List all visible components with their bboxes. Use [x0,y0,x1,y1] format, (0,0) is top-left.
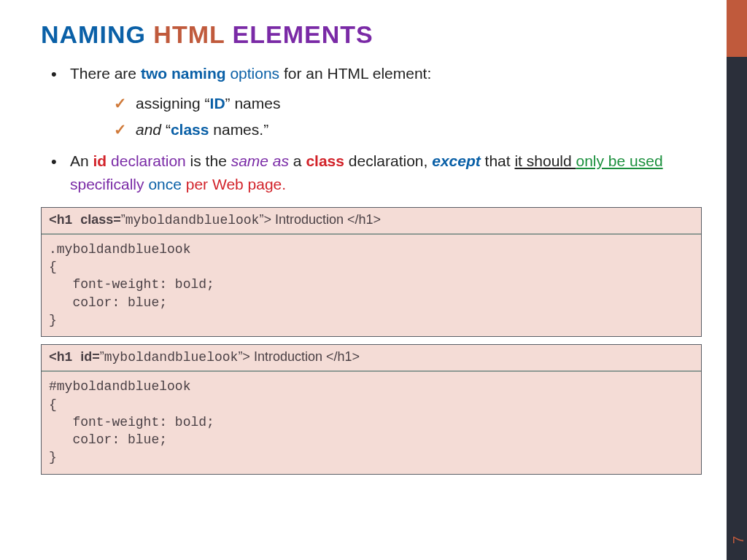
code-token: <h1 [49,213,80,228]
title-word-3: ELEMENTS [233,20,374,48]
text-italic: and [136,121,166,138]
title-word-2: HTML [153,20,225,48]
text-emph: class [306,152,344,169]
bullet-list-level-2: assigning “ID” names and “class names.” [114,92,706,142]
text-emph: ID [210,95,225,112]
code-token: myboldandbluelook [104,350,239,365]
text-underline: it should [514,152,576,169]
text: ” names [225,95,281,112]
text: for an HTML element: [279,65,431,82]
code-token: myboldandbluelook [125,213,260,228]
text: An [70,152,93,169]
divider [42,370,701,372]
code-token: ”> Introduction </h1> [259,212,381,227]
text: There are [70,65,141,82]
text: that [481,152,515,169]
text-emph: per Web page. [182,176,286,192]
right-stripe-accent [727,0,747,57]
text-emph: options [226,65,280,82]
text-emph: two naming [141,65,226,82]
bullet-list-level-1: There are two naming options for an HTML… [41,62,706,197]
text-emph: id [93,152,107,169]
text: declaration, [344,152,432,169]
text-emph: except [432,152,481,169]
text: a [289,152,306,169]
text: names.” [209,121,268,138]
code-body-class: .myboldandbluelook { font-weight: bold; … [49,241,694,329]
code-body-id: #myboldandbluelook { font-weight: bold; … [49,378,694,466]
code-box-class: <h1 class=”myboldandbluelook”> Introduct… [41,207,702,337]
code-token: <h1 [49,350,80,365]
code-box-id: <h1 id=”myboldandbluelook”> Introduction… [41,344,702,474]
divider [42,233,701,235]
code-token: id= [80,349,100,364]
code-head-id: <h1 id=”myboldandbluelook”> Introduction… [49,349,694,365]
page-number: 7 [730,536,747,544]
text-emph: class [171,121,209,138]
text-emph: declaration [107,152,186,169]
text: assigning “ [136,95,210,112]
code-token: ”> Introduction </h1> [238,349,360,364]
text: is the [186,152,231,169]
title-word-1: NAMING [41,20,146,48]
sub-bullet-2: and “class names.” [114,118,706,142]
bullet-2: An id declaration is the same as a class… [41,149,706,197]
text-emph: once [148,176,182,192]
code-head-class: <h1 class=”myboldandbluelook”> Introduct… [49,212,694,228]
text-emph: only be used [576,152,663,169]
bullet-1: There are two naming options for an HTML… [41,62,706,142]
text-emph: same as [231,152,289,169]
slide-title: NAMING HTML ELEMENTS [41,20,706,49]
code-token: class= [80,212,121,227]
text-emph: specifically [70,176,148,192]
slide: NAMING HTML ELEMENTS There are two namin… [0,0,747,560]
text: “ [166,121,171,138]
right-stripe [727,0,747,560]
sub-bullet-1: assigning “ID” names [114,92,706,116]
bullet-content: There are two naming options for an HTML… [41,62,706,197]
